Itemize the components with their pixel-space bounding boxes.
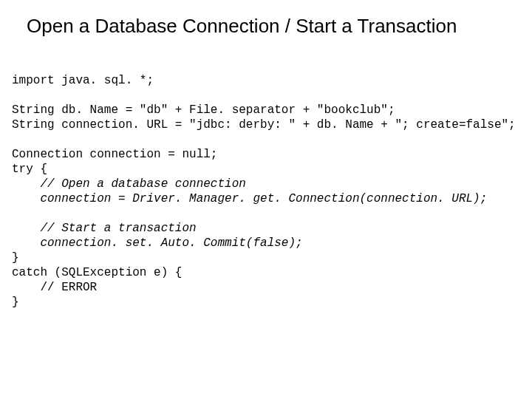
code-comment: // Open a database connection xyxy=(40,177,245,191)
slide-title: Open a Database Connection / Start a Tra… xyxy=(27,15,517,38)
code-line: connection. set. Auto. Commit(false); xyxy=(40,236,302,250)
code-indent xyxy=(12,192,40,205)
slide: Open a Database Connection / Start a Tra… xyxy=(0,0,532,399)
code-line: String connection. URL = "jdbc: derby: "… xyxy=(12,118,516,132)
code-line: } xyxy=(12,296,19,309)
code-comment: // Start a transaction xyxy=(40,222,196,235)
code-line: catch (SQLException e) { xyxy=(12,266,182,279)
code-line: // ERROR xyxy=(12,281,97,294)
code-line: try { xyxy=(12,163,47,176)
code-indent xyxy=(12,236,40,250)
code-indent xyxy=(12,222,40,235)
code-indent xyxy=(12,177,40,191)
code-block: import java. sql. *; String db. Name = "… xyxy=(12,58,517,310)
code-line: } xyxy=(12,251,19,265)
code-line: Connection connection = null; xyxy=(12,148,217,161)
code-line: String db. Name = "db" + File. separator… xyxy=(12,103,395,117)
code-line: connection = Driver. Manager. get. Conne… xyxy=(40,192,487,205)
code-line: import java. sql. *; xyxy=(12,74,154,87)
